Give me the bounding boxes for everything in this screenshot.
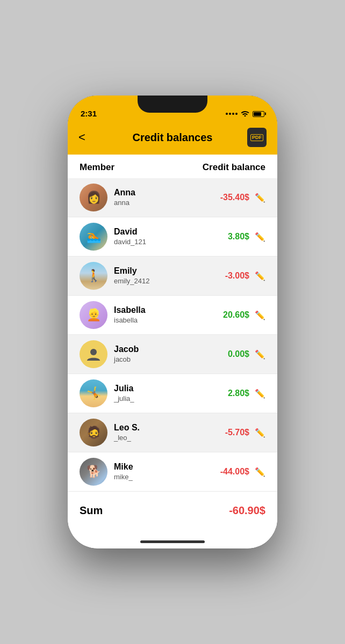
- wifi-icon: [241, 109, 249, 118]
- app-header: < Credit balances PDF: [68, 122, 277, 155]
- balance-amount: 3.80$: [228, 232, 249, 241]
- member-name: Jacob: [114, 344, 228, 355]
- avatar: 🏊: [80, 223, 107, 251]
- home-indicator: [140, 540, 205, 543]
- balance-area: -44.00$ ✏️: [220, 467, 265, 477]
- pdf-button[interactable]: PDF: [247, 128, 267, 147]
- balance-area: 2.80$ ✏️: [228, 389, 265, 399]
- table-row: 👩 Anna anna -35.40$ ✏️: [68, 178, 277, 217]
- balance-area: -5.70$ ✏️: [225, 428, 265, 438]
- sum-row: Sum -60.90$: [68, 494, 277, 528]
- avatar: 🚶: [80, 262, 107, 290]
- member-info: Jacob jacob: [114, 344, 228, 364]
- member-username: _leo_: [114, 434, 225, 443]
- page-title: Credit balances: [98, 131, 247, 144]
- avatar: 👩: [80, 184, 107, 211]
- balance-amount: -44.00$: [220, 467, 249, 477]
- member-username: jacob: [114, 355, 228, 364]
- balance-area: 0.00$ ✏️: [228, 349, 265, 360]
- balance-amount: -35.40$: [220, 193, 249, 202]
- status-time: 2:31: [81, 109, 97, 118]
- phone-screen: 2:31: [68, 96, 277, 548]
- sum-amount: -60.90$: [229, 504, 265, 517]
- pdf-icon: PDF: [250, 134, 263, 141]
- member-info: Julia _julia_: [114, 383, 228, 404]
- avatar: 🤸: [80, 379, 107, 407]
- table-row: 🏊 David david_121 3.80$ ✏️: [68, 217, 277, 257]
- member-username: isabella: [114, 316, 223, 325]
- balance-area: 3.80$ ✏️: [228, 232, 265, 242]
- signal-dot-1: [226, 113, 228, 115]
- content-area: Member Credit balance 👩 Anna anna -35.40…: [68, 155, 277, 546]
- avatar: 🐕: [80, 458, 107, 486]
- edit-button[interactable]: ✏️: [255, 349, 265, 360]
- avatar: 🧔: [80, 419, 107, 447]
- edit-button[interactable]: ✏️: [255, 310, 265, 320]
- table-row: 🧔 Leo S. _leo_ -5.70$ ✏️: [68, 413, 277, 452]
- notch: [138, 96, 207, 113]
- member-name: David: [114, 226, 228, 238]
- column-member: Member: [80, 162, 114, 173]
- member-name: Julia: [114, 383, 228, 394]
- back-button[interactable]: <: [78, 130, 98, 144]
- edit-button[interactable]: ✏️: [255, 428, 265, 438]
- battery-icon: [253, 111, 264, 117]
- signal-dot-3: [232, 113, 234, 115]
- member-name: Emily: [114, 266, 225, 277]
- member-info: Mike mike_: [114, 462, 220, 482]
- balance-area: 20.60$ ✏️: [223, 310, 265, 320]
- member-name: Anna: [114, 187, 220, 199]
- table-row: 🐕 Mike mike_ -44.00$ ✏️: [68, 452, 277, 492]
- table-header: Member Credit balance: [68, 155, 277, 178]
- edit-button[interactable]: ✏️: [255, 389, 265, 399]
- phone-frame: 2:31: [68, 96, 277, 548]
- member-info: David david_121: [114, 226, 228, 247]
- status-icons: [226, 109, 264, 118]
- balance-amount: 0.00$: [228, 349, 249, 359]
- member-name: Mike: [114, 462, 220, 473]
- member-info: Leo S. _leo_: [114, 422, 225, 443]
- svg-point-0: [90, 349, 97, 355]
- member-username: david_121: [114, 238, 228, 247]
- balance-amount: 20.60$: [223, 310, 249, 320]
- table-row: 👱 Isabella isabella 20.60$ ✏️: [68, 296, 277, 335]
- table-row: 🚶 Emily emily_2412 -3.00$ ✏️: [68, 257, 277, 296]
- member-username: emily_2412: [114, 277, 225, 286]
- column-balance: Credit balance: [203, 162, 265, 173]
- member-username: _julia_: [114, 394, 228, 404]
- edit-button[interactable]: ✏️: [255, 232, 265, 242]
- signal-dot-4: [235, 113, 238, 115]
- members-list: 👩 Anna anna -35.40$ ✏️ 🏊 David david_121…: [68, 178, 277, 492]
- edit-button[interactable]: ✏️: [255, 467, 265, 477]
- balance-amount: 2.80$: [228, 389, 249, 398]
- member-name: Leo S.: [114, 422, 225, 434]
- member-info: Emily emily_2412: [114, 266, 225, 286]
- edit-button[interactable]: ✏️: [255, 193, 265, 203]
- avatar: 👱: [80, 301, 107, 329]
- member-username: mike_: [114, 473, 220, 482]
- table-row: Jacob jacob 0.00$ ✏️: [68, 335, 277, 374]
- table-row: 🤸 Julia _julia_ 2.80$ ✏️: [68, 374, 277, 413]
- battery-fill: [254, 112, 261, 116]
- edit-button[interactable]: ✏️: [255, 271, 265, 281]
- balance-area: -3.00$ ✏️: [225, 271, 265, 281]
- member-name: Isabella: [114, 305, 223, 316]
- balance-amount: -3.00$: [225, 271, 249, 281]
- signal-dot-2: [229, 113, 231, 115]
- balance-amount: -5.70$: [225, 428, 249, 437]
- member-info: Isabella isabella: [114, 305, 223, 325]
- signal-dots: [226, 113, 238, 115]
- member-info: Anna anna: [114, 187, 220, 208]
- balance-area: -35.40$ ✏️: [220, 193, 265, 203]
- avatar: [80, 340, 107, 368]
- member-username: anna: [114, 199, 220, 208]
- sum-label: Sum: [80, 504, 103, 517]
